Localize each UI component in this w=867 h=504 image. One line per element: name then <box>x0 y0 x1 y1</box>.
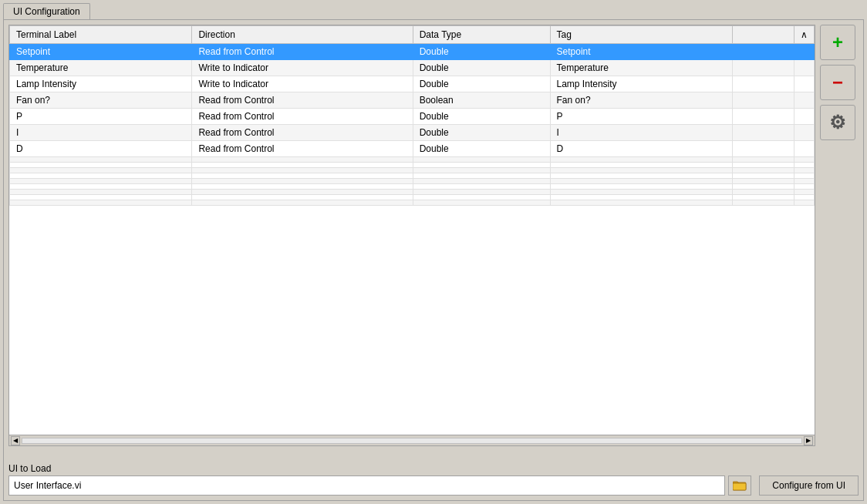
table-cell <box>733 76 794 92</box>
table-cell <box>733 92 794 109</box>
table-row[interactable]: Fan on?Read from ControlBooleanFan on? <box>10 92 815 109</box>
gear-button[interactable]: ⚙ <box>820 105 855 140</box>
remove-button[interactable]: − <box>820 65 855 100</box>
table-cell: I <box>10 125 192 141</box>
table-cell <box>413 173 550 179</box>
table-cell: Read from Control <box>192 141 413 157</box>
table-cell <box>550 163 732 168</box>
table-cell: D <box>10 141 192 157</box>
table-cell <box>733 141 794 157</box>
content-area: Terminal Label Direction Data Type Tag ∧… <box>8 25 859 446</box>
table-cell <box>550 195 732 200</box>
table-cell: P <box>550 109 732 125</box>
table-row[interactable] <box>10 200 815 206</box>
table-row[interactable] <box>10 195 815 200</box>
main-panel: Terminal Label Direction Data Type Tag ∧… <box>3 19 864 501</box>
table-cell: Double <box>413 125 550 141</box>
tab-ui-configuration[interactable]: UI Configuration <box>3 3 90 19</box>
col-direction: Direction <box>192 26 413 44</box>
table-cell <box>550 184 732 190</box>
table-cell <box>10 200 192 206</box>
table-cell <box>10 195 192 200</box>
folder-button[interactable] <box>728 475 751 496</box>
table-cell: Double <box>413 109 550 125</box>
table-cell <box>733 109 794 125</box>
table-cell: Double <box>413 60 550 76</box>
scroll-track-h[interactable] <box>22 438 802 444</box>
table-cell <box>794 163 815 168</box>
table-cell <box>733 173 794 179</box>
table-cell <box>192 200 413 206</box>
table-cell: Write to Indicator <box>192 60 413 76</box>
table-row[interactable]: IRead from ControlDoubleI <box>10 125 815 141</box>
table-cell: Read from Control <box>192 92 413 109</box>
table-cell <box>733 179 794 184</box>
table-cell: Double <box>413 76 550 92</box>
table-cell <box>10 179 192 184</box>
ui-to-load-input-row <box>8 475 751 496</box>
col-terminal-label: Terminal Label <box>10 26 192 44</box>
table-cell <box>413 179 550 184</box>
table-cell: Lamp Intensity <box>550 76 732 92</box>
bottom-bar: UI to Load Configure from UI <box>8 451 859 496</box>
svg-rect-1 <box>733 483 746 490</box>
table-cell <box>733 168 794 173</box>
ui-to-load-section: UI to Load <box>8 463 751 496</box>
scroll-left-arrow[interactable]: ◀ <box>11 436 20 445</box>
table-cell: Lamp Intensity <box>10 76 192 92</box>
table-cell: Double <box>413 44 550 60</box>
table-cell: P <box>10 109 192 125</box>
ui-to-load-input[interactable] <box>8 475 725 496</box>
table-cell <box>10 173 192 179</box>
table-cell <box>733 190 794 195</box>
table-cell <box>192 163 413 168</box>
table-row[interactable] <box>10 168 815 173</box>
table-cell <box>192 179 413 184</box>
table-cell <box>794 179 815 184</box>
table-row[interactable] <box>10 190 815 195</box>
table-row[interactable]: SetpointRead from ControlDoubleSetpoint <box>10 44 815 60</box>
table-cell <box>10 163 192 168</box>
table-cell <box>192 190 413 195</box>
table-row[interactable] <box>10 173 815 179</box>
table-cell <box>413 200 550 206</box>
col-tag: Tag <box>550 26 732 44</box>
table-cell <box>733 60 794 76</box>
table-row[interactable] <box>10 184 815 190</box>
table-cell <box>794 141 815 157</box>
table-cell <box>733 157 794 163</box>
table-cell <box>550 200 732 206</box>
table-scroll[interactable]: Terminal Label Direction Data Type Tag ∧… <box>9 25 815 435</box>
table-cell <box>794 173 815 179</box>
table-row[interactable] <box>10 157 815 163</box>
add-button[interactable]: + <box>820 25 855 60</box>
horizontal-scrollbar[interactable]: ◀ ▶ <box>9 435 815 445</box>
table-cell <box>413 190 550 195</box>
table-row[interactable]: Lamp IntensityWrite to IndicatorDoubleLa… <box>10 76 815 92</box>
table-row[interactable]: DRead from ControlDoubleD <box>10 141 815 157</box>
configure-from-ui-button[interactable]: Configure from UI <box>759 475 859 496</box>
table-header-row: Terminal Label Direction Data Type Tag ∧ <box>10 26 815 44</box>
table-cell: Temperature <box>10 60 192 76</box>
table-cell <box>733 125 794 141</box>
table-cell <box>550 168 732 173</box>
table-cell <box>794 190 815 195</box>
scroll-right-arrow[interactable]: ▶ <box>804 436 813 445</box>
table-cell <box>10 190 192 195</box>
table-cell <box>794 200 815 206</box>
table-cell <box>733 200 794 206</box>
table-cell <box>550 179 732 184</box>
table-row[interactable]: TemperatureWrite to IndicatorDoubleTempe… <box>10 60 815 76</box>
table-cell <box>550 190 732 195</box>
table-cell <box>794 157 815 163</box>
table-cell <box>794 60 815 76</box>
table-row[interactable] <box>10 163 815 168</box>
table-cell <box>733 163 794 168</box>
table-row[interactable]: PRead from ControlDoubleP <box>10 109 815 125</box>
table-cell <box>794 125 815 141</box>
table-cell <box>413 184 550 190</box>
side-buttons: + − ⚙ <box>820 25 859 446</box>
table-row[interactable] <box>10 179 815 184</box>
table-cell: Fan on? <box>10 92 192 109</box>
table-container: Terminal Label Direction Data Type Tag ∧… <box>8 25 815 446</box>
